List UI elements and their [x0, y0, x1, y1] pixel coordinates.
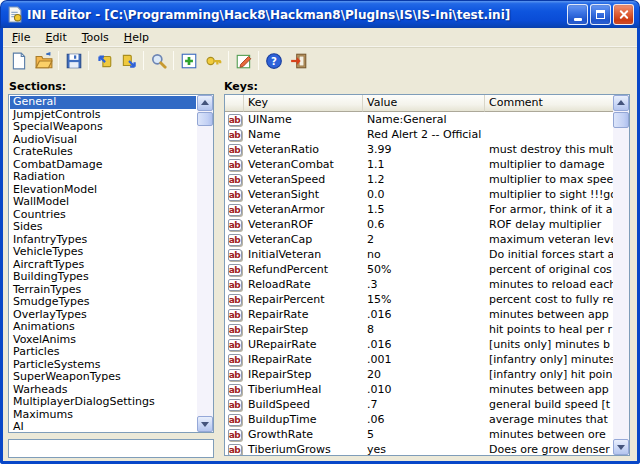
table-row[interactable]: IRepairStep 20 [infantry only] hit poin	[225, 367, 613, 382]
key-column-header[interactable]: Key	[244, 95, 363, 112]
search-button[interactable]	[146, 49, 171, 72]
window-body: FileEditToolsHelp	[0, 28, 640, 464]
section-item[interactable]: Countries	[10, 209, 196, 222]
section-item[interactable]: InfantryTypes	[10, 234, 196, 247]
table-row[interactable]: TiberiumGrows yes Does ore grow denser	[225, 442, 613, 455]
section-filter-input[interactable]	[8, 439, 214, 458]
scroll-thumb[interactable]	[197, 112, 213, 126]
table-row[interactable]: ReloadRate .3 minutes to reload each	[225, 277, 613, 292]
section-item[interactable]: ParticleSystems	[10, 359, 196, 372]
section-item[interactable]: VoxelAnims	[10, 334, 196, 347]
section-item[interactable]: TerrainTypes	[10, 284, 196, 297]
table-row[interactable]: VeteranSpeed 1.2 multiplier to max spee	[225, 172, 613, 187]
section-item[interactable]: Animations	[10, 321, 196, 334]
section-item[interactable]: Radiation	[10, 171, 196, 184]
title-bar[interactable]: INI Editor - [C:\Programming\Hack8\Hackm…	[0, 0, 640, 28]
table-row[interactable]: RefundPercent 50% percent of original co…	[225, 262, 613, 277]
table-row[interactable]: IRepairRate .001 [infantry only] minutes	[225, 352, 613, 367]
section-item[interactable]: Particles	[10, 346, 196, 359]
menu-item[interactable]: File	[5, 29, 38, 46]
edit-icon	[235, 52, 253, 70]
comment-cell: general build speed [t	[485, 397, 613, 412]
section-out-button[interactable]	[116, 49, 141, 72]
key-cell: BuildSpeed	[244, 397, 363, 412]
close-button[interactable]	[613, 4, 634, 25]
minimize-button[interactable]	[567, 4, 588, 25]
section-item[interactable]: SpecialWeapons	[10, 121, 196, 134]
section-item[interactable]: BuildingTypes	[10, 271, 196, 284]
table-row[interactable]: InitialVeteran no Do initial forces star…	[225, 247, 613, 262]
string-value-icon	[228, 174, 242, 186]
save-button[interactable]	[61, 49, 86, 72]
section-item[interactable]: AudioVisual	[10, 134, 196, 147]
value-cell: yes	[363, 442, 485, 455]
section-item[interactable]: General	[10, 96, 196, 109]
open-file-button[interactable]	[31, 49, 56, 72]
table-row[interactable]: Name Red Alert 2 -- Official I	[225, 127, 613, 142]
value-column-header[interactable]: Value	[363, 95, 485, 112]
section-item[interactable]: SuperWeaponTypes	[10, 371, 196, 384]
scroll-thumb[interactable]	[613, 112, 629, 128]
string-value-icon	[228, 354, 242, 366]
section-item[interactable]: ElevationModel	[10, 184, 196, 197]
edit-button[interactable]	[231, 49, 256, 72]
section-item[interactable]: CrateRules	[10, 146, 196, 159]
section-item[interactable]: CombatDamage	[10, 159, 196, 172]
toolbar-separator	[173, 51, 174, 70]
keys-table: Key Value Comment UIName Name:General	[224, 94, 630, 456]
table-row[interactable]: UIName Name:General	[225, 112, 613, 127]
add-button[interactable]	[176, 49, 201, 72]
exit-button[interactable]	[286, 49, 311, 72]
table-row[interactable]: URepairRate .016 [units only] minutes b	[225, 337, 613, 352]
key-cell: RepairRate	[244, 307, 363, 322]
table-row[interactable]: VeteranROF 0.6 ROF delay multiplier	[225, 217, 613, 232]
table-row[interactable]: RepairRate .016 minutes between app	[225, 307, 613, 322]
section-item[interactable]: WallModel	[10, 196, 196, 209]
table-row[interactable]: RepairPercent 15% percent cost to fully …	[225, 292, 613, 307]
table-row[interactable]: VeteranArmor 1.5 For armor, think of it …	[225, 202, 613, 217]
section-item[interactable]: MultiplayerDialogSettings	[10, 396, 196, 409]
scroll-up-button[interactable]	[197, 95, 213, 111]
keys-scrollbar[interactable]	[613, 95, 629, 455]
string-value-icon	[228, 414, 242, 426]
table-header: Key Value Comment	[225, 95, 613, 112]
section-item[interactable]: AI	[10, 421, 196, 431]
table-row[interactable]: BuildSpeed .7 general build speed [t	[225, 397, 613, 412]
comment-cell: minutes between ore	[485, 427, 613, 442]
help-button[interactable]: ?	[261, 49, 286, 72]
key-button[interactable]	[201, 49, 226, 72]
comment-column-header[interactable]: Comment	[485, 95, 615, 112]
table-row[interactable]: TiberiumHeal .010 minutes between app	[225, 382, 613, 397]
menu-item[interactable]: Help	[117, 29, 157, 46]
comment-cell: must destroy this mult	[485, 142, 613, 157]
scroll-up-button[interactable]	[613, 95, 629, 111]
table-row[interactable]: VeteranCombat 1.1 multiplier to damage	[225, 157, 613, 172]
new-file-button[interactable]	[6, 49, 31, 72]
string-value-icon	[228, 189, 242, 201]
maximize-button[interactable]	[590, 4, 611, 25]
table-row[interactable]: VeteranCap 2 maximum veteran leve	[225, 232, 613, 247]
section-in-button[interactable]	[91, 49, 116, 72]
string-value-icon	[228, 249, 242, 261]
table-row[interactable]: BuildupTime .06 average minutes that	[225, 412, 613, 427]
scroll-down-button[interactable]	[197, 416, 213, 432]
scroll-down-button[interactable]	[613, 439, 629, 455]
key-icon	[205, 52, 223, 70]
table-row[interactable]: VeteranRatio 3.99 must destroy this mult	[225, 142, 613, 157]
table-row[interactable]: RepairStep 8 hit points to heal per r	[225, 322, 613, 337]
section-item[interactable]: VehicleTypes	[10, 246, 196, 259]
table-row[interactable]: VeteranSight 0.0 multiplier to sight !!!…	[225, 187, 613, 202]
section-item[interactable]: Warheads	[10, 384, 196, 397]
section-item[interactable]: JumpjetControls	[10, 109, 196, 122]
menu-item[interactable]: Edit	[38, 29, 74, 46]
icon-column-header[interactable]	[225, 95, 244, 112]
key-cell: RepairPercent	[244, 292, 363, 307]
table-row[interactable]: GrowthRate 5 minutes between ore	[225, 427, 613, 442]
section-item[interactable]: Sides	[10, 221, 196, 234]
section-item[interactable]: AircraftTypes	[10, 259, 196, 272]
sections-scrollbar[interactable]	[197, 95, 213, 432]
section-item[interactable]: Maximums	[10, 409, 196, 422]
section-item[interactable]: SmudgeTypes	[10, 296, 196, 309]
menu-item[interactable]: Tools	[75, 29, 117, 46]
section-item[interactable]: OverlayTypes	[10, 309, 196, 322]
